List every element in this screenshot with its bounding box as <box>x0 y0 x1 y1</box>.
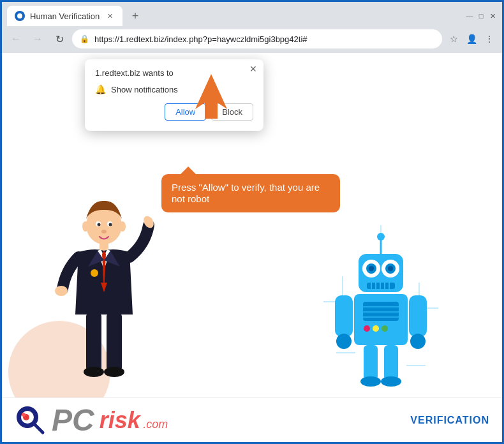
svg-point-55 <box>381 376 401 387</box>
svg-point-26 <box>377 233 385 241</box>
notification-label: Show notifications <box>111 85 178 94</box>
svg-rect-41 <box>363 302 399 321</box>
window-controls: — □ ✕ <box>465 11 497 20</box>
svg-point-46 <box>373 325 379 332</box>
svg-point-32 <box>369 266 374 271</box>
maximize-button[interactable]: □ <box>477 11 485 20</box>
arrow-indicator <box>186 71 237 124</box>
svg-marker-0 <box>195 74 227 119</box>
svg-point-8 <box>84 367 104 377</box>
logo-magnifier-icon <box>15 404 47 436</box>
logo-risk-group: risk .com <box>100 409 168 432</box>
person-illustration <box>40 187 168 391</box>
notification-popup: 1.redtext.biz wants to ✕ 🔔 Show notifica… <box>85 59 263 131</box>
svg-rect-52 <box>364 345 378 380</box>
svg-line-60 <box>35 425 43 433</box>
person-svg <box>40 187 168 404</box>
webpage: 1.redtext.biz wants to ✕ 🔔 Show notifica… <box>2 53 502 442</box>
address-bar: ← → ↻ 🔒 https://1.redtext.biz/index.php?… <box>2 26 502 53</box>
bell-icon: 🔔 <box>95 84 106 94</box>
svg-rect-48 <box>335 295 353 337</box>
menu-icon[interactable]: ⋮ <box>482 31 497 47</box>
svg-point-54 <box>360 376 381 387</box>
svg-point-17 <box>101 230 107 233</box>
minimize-button[interactable]: — <box>465 11 474 20</box>
svg-point-5 <box>55 286 68 296</box>
robot-svg <box>323 225 438 404</box>
svg-point-9 <box>104 367 124 377</box>
speech-bubble: Press "Allow" to verify, that you are no… <box>161 174 340 212</box>
svg-point-11 <box>82 221 89 232</box>
new-tab-button[interactable]: + <box>126 7 144 25</box>
profile-icon[interactable]: 👤 <box>464 31 479 47</box>
svg-point-45 <box>364 325 370 332</box>
logo-pc-text: PC <box>52 405 94 436</box>
popup-close-button[interactable]: ✕ <box>249 64 257 73</box>
tab-title: Human Verification <box>30 11 100 21</box>
robot-illustration <box>323 225 438 391</box>
footer: PC risk .com VERIFICATION <box>2 397 502 442</box>
svg-rect-53 <box>384 345 398 380</box>
svg-point-47 <box>382 325 388 332</box>
title-bar: Human Verification ✕ + — □ ✕ <box>2 2 502 26</box>
svg-point-33 <box>388 266 393 271</box>
svg-point-10 <box>91 269 98 277</box>
lock-icon: 🔒 <box>80 34 89 43</box>
svg-point-12 <box>119 221 126 232</box>
verification-label: VERIFICATION <box>410 415 489 426</box>
logo-risk-text: risk <box>100 407 140 433</box>
tab-close-button[interactable]: ✕ <box>105 11 115 21</box>
svg-point-59 <box>22 413 26 417</box>
address-bar-actions: ☆ 👤 ⋮ <box>446 31 497 47</box>
browser-tab[interactable]: Human Verification ✕ <box>7 6 122 26</box>
logo-com-text: .com <box>143 418 168 431</box>
forward-button[interactable]: → <box>29 30 47 48</box>
pcrisk-logo: PC risk .com <box>15 404 168 436</box>
url-text: https://1.redtext.biz/index.php?p=haywcz… <box>94 34 434 44</box>
back-button[interactable]: ← <box>7 30 25 48</box>
svg-point-50 <box>336 334 352 349</box>
svg-point-51 <box>410 334 426 349</box>
svg-rect-49 <box>409 295 427 337</box>
url-bar[interactable]: 🔒 https://1.redtext.biz/index.php?p=hayw… <box>72 29 442 48</box>
speech-bubble-text: Press "Allow" to verify, that you are no… <box>172 182 320 204</box>
reload-button[interactable]: ↻ <box>50 30 68 48</box>
browser-frame: Human Verification ✕ + — □ ✕ ← → ↻ 🔒 htt… <box>2 2 502 442</box>
svg-rect-7 <box>107 313 122 371</box>
svg-point-16 <box>109 223 112 226</box>
close-window-button[interactable]: ✕ <box>488 11 497 20</box>
svg-rect-6 <box>86 313 101 371</box>
tab-favicon <box>15 11 25 21</box>
bookmark-icon[interactable]: ☆ <box>446 31 461 47</box>
svg-point-15 <box>98 223 101 226</box>
